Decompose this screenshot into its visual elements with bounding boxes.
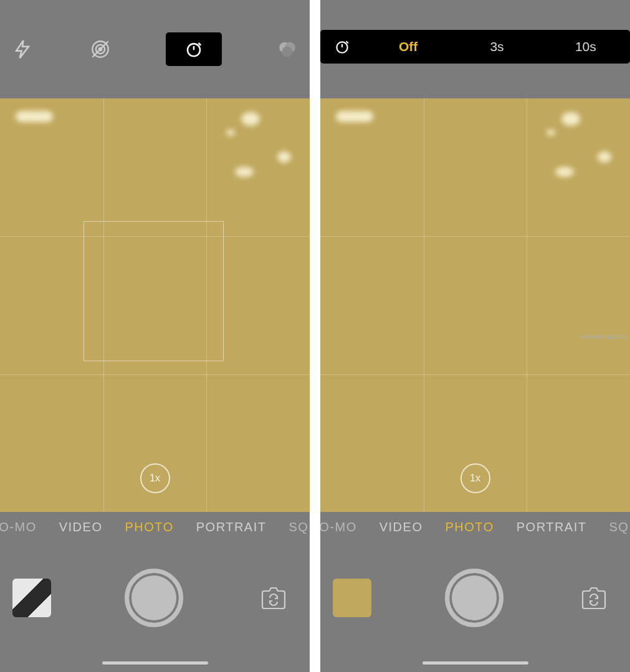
bottom-controls — [0, 542, 310, 672]
viewfinder[interactable]: 1x — [320, 98, 630, 512]
last-photo-thumbnail[interactable] — [12, 579, 51, 617]
grid-line — [320, 374, 630, 375]
grid-line — [320, 236, 630, 237]
mode-square[interactable]: SQUA — [289, 520, 310, 534]
lens-flare — [235, 167, 254, 177]
lens-flare — [555, 167, 574, 177]
flash-icon[interactable] — [10, 37, 35, 62]
zoom-badge[interactable]: 1x — [461, 463, 490, 493]
lens-flare — [598, 151, 611, 163]
mode-square[interactable]: SQUA — [609, 520, 631, 534]
last-photo-thumbnail[interactable] — [333, 579, 371, 617]
grid-line — [0, 374, 310, 375]
live-off-icon[interactable] — [88, 37, 113, 62]
filters-icon[interactable] — [275, 37, 300, 62]
viewfinder[interactable]: 1x — [0, 98, 310, 512]
timer-option-3s[interactable]: 3s — [452, 39, 541, 54]
mode-video[interactable]: VIDEO — [379, 520, 423, 534]
timer-button[interactable] — [166, 32, 222, 66]
focus-indicator — [84, 221, 224, 361]
top-controls — [0, 0, 310, 98]
bottom-controls — [320, 542, 630, 672]
lens-flare — [546, 130, 555, 136]
home-indicator[interactable] — [102, 661, 208, 665]
shutter-button[interactable] — [125, 569, 183, 627]
mode-selector[interactable]: SLO-MO VIDEO PHOTO PORTRAIT SQUA — [320, 512, 630, 542]
camera-screen-timer-button: 1x SLO-MO VIDEO PHOTO PORTRAIT SQUA — [0, 0, 310, 672]
watermark: www.deuaq.com — [581, 333, 626, 339]
mode-slomo[interactable]: SLO-MO — [0, 520, 37, 534]
lens-flare — [241, 112, 260, 126]
mode-video[interactable]: VIDEO — [59, 520, 103, 534]
timer-option-10s[interactable]: 10s — [542, 39, 630, 54]
mode-selector[interactable]: SLO-MO VIDEO PHOTO PORTRAIT SQUA — [0, 512, 310, 542]
mode-portrait[interactable]: PORTRAIT — [196, 520, 267, 534]
grid-line — [424, 98, 424, 512]
shutter-button[interactable] — [445, 569, 504, 627]
timer-icon[interactable] — [320, 39, 364, 55]
home-indicator[interactable] — [422, 661, 528, 665]
lens-flare — [277, 151, 291, 163]
lens-flare — [561, 112, 580, 126]
lens-flare — [336, 111, 373, 122]
timer-option-off[interactable]: Off — [364, 39, 452, 54]
switch-camera-icon[interactable] — [256, 584, 291, 612]
svg-point-7 — [282, 47, 293, 57]
mode-portrait[interactable]: PORTRAIT — [517, 520, 587, 534]
zoom-badge[interactable]: 1x — [140, 463, 170, 493]
top-controls: Off 3s 10s — [320, 0, 630, 98]
mode-photo[interactable]: PHOTO — [445, 520, 494, 534]
mode-photo[interactable]: PHOTO — [125, 520, 173, 534]
grid-line — [527, 98, 527, 512]
lens-flare — [226, 130, 235, 136]
switch-camera-icon[interactable] — [576, 584, 611, 612]
lens-flare — [16, 111, 53, 122]
mode-slomo[interactable]: SLO-MO — [320, 520, 357, 534]
timer-options-bar: Off 3s 10s — [320, 30, 630, 64]
